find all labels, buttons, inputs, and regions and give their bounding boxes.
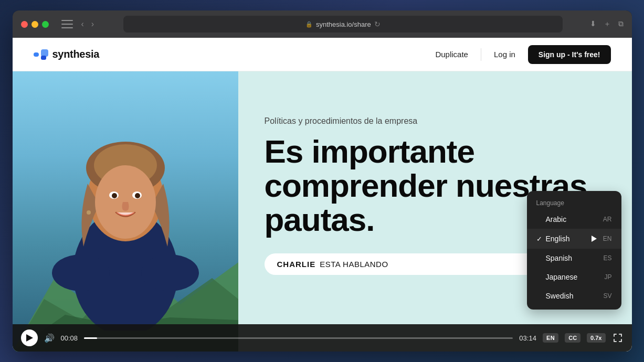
forward-arrow[interactable]: › [89,18,96,30]
svg-rect-0 [34,52,39,57]
lang-name-spanish: Spanish [546,254,599,262]
toolbar-right-icons: ⬇ ＋ ⧉ [590,19,624,29]
progress-fill [84,337,97,339]
nav-arrows: ‹ › [79,18,97,30]
volume-icon[interactable]: 🔊 [44,333,55,343]
check-mark-english: ✓ [536,235,546,243]
speaker-name: CHARLIE [277,260,316,269]
check-mark-japanese [536,273,546,281]
controls-bar: 🔊 00:08 03:14 EN CC 0.7x [13,324,632,352]
login-button[interactable]: Log in [494,50,515,59]
fullscreen-button[interactable] [612,332,624,344]
logo-text: synthesia [52,48,100,60]
browser-window: ‹ › 🔒 synthesia.io/share ↻ ⬇ ＋ ⧉ synthes… [13,10,632,352]
close-button[interactable] [21,21,28,28]
maximize-button[interactable] [42,21,49,28]
language-item-japanese[interactable]: Japanese JP [527,268,621,286]
play-button[interactable] [21,329,38,346]
browser-toolbar: ‹ › 🔒 synthesia.io/share ↻ ⬇ ＋ ⧉ [13,10,632,38]
nav-divider [481,48,481,61]
avatar-side [13,71,238,352]
svg-rect-2 [41,56,46,60]
lock-icon: 🔒 [305,21,313,28]
page-content: synthesia Duplicate Log in Sign up - It'… [13,38,632,352]
url-text: synthesia.io/share [316,20,371,28]
speed-badge[interactable]: 0.7x [587,333,605,343]
logo: synthesia [34,48,100,60]
time-current: 00:08 [61,334,78,342]
video-container: Políticas y procedimientos de la empresa… [13,71,632,352]
lang-code-english: EN [603,235,612,242]
svg-rect-1 [41,49,48,57]
play-icon-english [589,234,599,243]
lang-name-japanese: Japanese [546,273,600,281]
language-item-english[interactable]: ✓ English EN [527,229,621,249]
lang-name-swedish: Swedish [546,292,599,300]
language-item-swedish[interactable]: Swedish SV [527,286,621,305]
lang-name-arabic: Arabic [546,215,599,223]
svg-point-16 [52,254,110,291]
lang-code-japanese: JP [604,273,611,281]
nav-right: Duplicate Log in Sign up - It's free! [435,45,610,64]
language-item-arabic[interactable]: Arabic AR [527,210,621,229]
progress-bar[interactable] [84,337,513,339]
address-bar[interactable]: 🔒 synthesia.io/share ↻ [123,16,562,33]
duplicate-button[interactable]: Duplicate [435,50,468,59]
language-item-spanish[interactable]: Spanish ES [527,249,621,268]
traffic-lights [21,21,49,28]
minimize-button[interactable] [31,21,38,28]
check-mark-swedish [536,292,546,300]
svg-marker-19 [592,236,597,242]
fullscreen-icon [613,333,622,343]
refresh-icon[interactable]: ↻ [374,20,381,28]
logo-icon [34,49,48,60]
check-mark-spanish [536,254,546,262]
svg-point-17 [141,254,199,291]
lang-code-spanish: ES [603,254,611,262]
cc-badge[interactable]: CC [565,333,580,343]
check-mark-arabic [536,216,546,223]
dropdown-header: Language [527,195,621,210]
top-nav: synthesia Duplicate Log in Sign up - It'… [13,38,632,71]
time-total: 03:14 [519,334,536,342]
language-badge[interactable]: EN [543,333,558,343]
back-arrow[interactable]: ‹ [79,18,86,30]
language-dropdown[interactable]: Language Arabic AR ✓ English [527,191,621,310]
svg-point-14 [112,193,117,198]
download-icon[interactable]: ⬇ [590,19,596,29]
video-subtitle: Políticas y procedimientos de la empresa [265,116,606,126]
tabs-icon[interactable]: ⧉ [618,19,624,29]
lang-code-arabic: AR [603,216,612,223]
play-icon [26,334,33,342]
content-side: Políticas y procedimientos de la empresa… [238,71,632,352]
speaker-status: ESTA HABLANDO [320,260,388,269]
add-tab-icon[interactable]: ＋ [604,19,611,29]
signup-button[interactable]: Sign up - It's free! [528,45,611,64]
lang-code-swedish: SV [603,292,611,300]
sidebar-toggle[interactable] [61,20,73,28]
lang-name-english: English [546,235,586,243]
svg-point-18 [87,210,91,215]
svg-point-15 [135,193,140,198]
